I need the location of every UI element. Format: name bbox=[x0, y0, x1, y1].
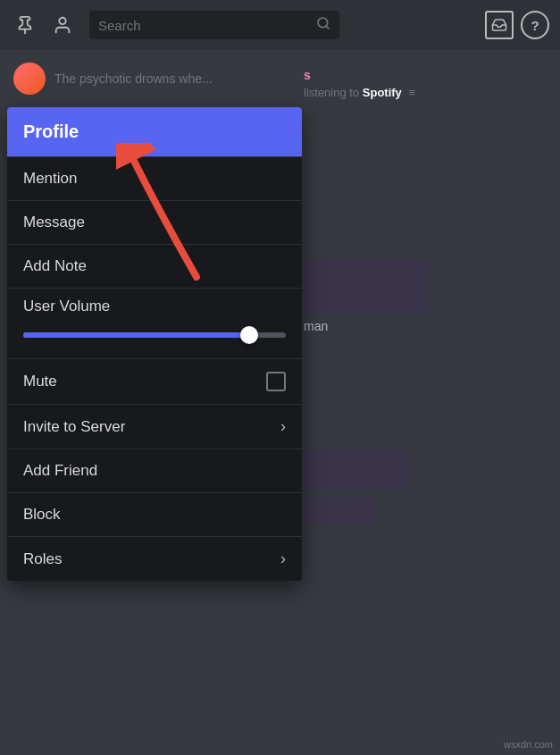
volume-section: User Volume bbox=[7, 288, 302, 358]
watermark: wsxdn.com bbox=[504, 739, 553, 750]
mention-label: Mention bbox=[23, 170, 77, 188]
search-input[interactable] bbox=[98, 18, 311, 33]
volume-fill bbox=[23, 332, 249, 338]
menu-item-add-friend[interactable]: Add Friend bbox=[7, 449, 302, 492]
menu-item-mute[interactable]: Mute bbox=[7, 358, 302, 404]
user-icon[interactable] bbox=[48, 11, 77, 39]
search-bar[interactable] bbox=[89, 11, 339, 39]
volume-thumb[interactable] bbox=[240, 326, 258, 344]
menu-item-block[interactable]: Block bbox=[7, 492, 302, 536]
message-label: Message bbox=[23, 214, 85, 231]
menu-item-message[interactable]: Message bbox=[7, 200, 302, 244]
add-friend-label: Add Friend bbox=[23, 462, 97, 480]
block-label: Block bbox=[23, 506, 61, 524]
pin-icon[interactable] bbox=[11, 11, 39, 39]
roles-label: Roles bbox=[23, 550, 62, 568]
menu-item-roles[interactable]: Roles › bbox=[7, 536, 302, 581]
context-menu: Profile Mention Message Add Note User Vo… bbox=[7, 107, 302, 581]
svg-point-1 bbox=[59, 18, 65, 24]
invite-to-server-label: Invite to Server bbox=[23, 418, 125, 436]
help-icon[interactable]: ? bbox=[521, 11, 549, 39]
user-name-bg: man bbox=[304, 319, 551, 333]
menu-item-profile[interactable]: Profile bbox=[7, 107, 302, 156]
volume-label: User Volume bbox=[23, 298, 286, 315]
menu-item-invite-to-server[interactable]: Invite to Server › bbox=[7, 404, 302, 449]
inbox-icon[interactable] bbox=[485, 11, 514, 39]
avatar bbox=[13, 63, 46, 95]
svg-line-3 bbox=[326, 26, 329, 29]
user-display-name: s bbox=[304, 68, 551, 82]
add-note-label: Add Note bbox=[23, 257, 87, 275]
menu-item-add-note[interactable]: Add Note bbox=[7, 244, 302, 288]
mute-checkbox[interactable] bbox=[266, 372, 286, 391]
spotify-status: listening to Spotify ≡ bbox=[304, 86, 551, 99]
profile-label: Profile bbox=[23, 122, 79, 141]
help-label: ? bbox=[531, 18, 539, 33]
search-icon bbox=[316, 16, 330, 34]
header-right-icons: ? bbox=[485, 11, 549, 39]
message-snippet: The psychotic drowns whe... bbox=[54, 71, 213, 86]
chevron-right-icon: › bbox=[280, 417, 286, 436]
header-bar: ? bbox=[0, 0, 560, 50]
volume-slider[interactable] bbox=[23, 326, 286, 344]
roles-chevron-right-icon: › bbox=[280, 549, 286, 568]
menu-item-mention[interactable]: Mention bbox=[7, 156, 302, 200]
mute-label: Mute bbox=[23, 373, 57, 390]
